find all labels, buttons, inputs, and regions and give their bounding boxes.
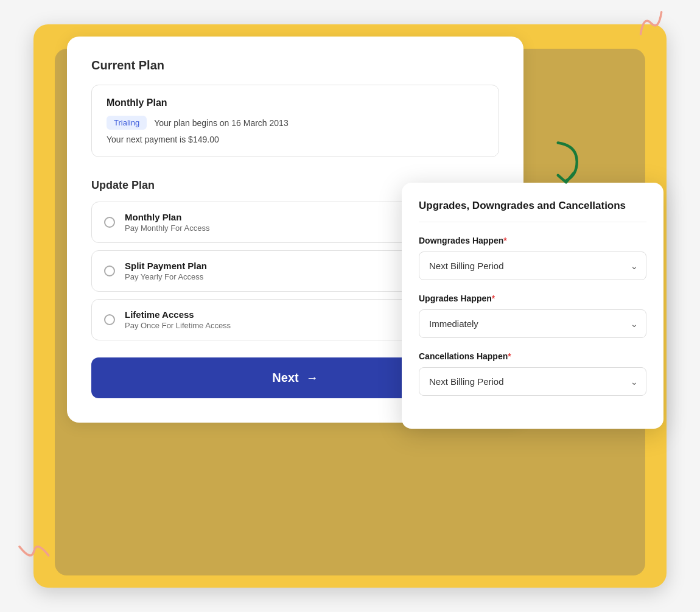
plan-option-lifetime-text: Lifetime Access Pay Once For Lifetime Ac… xyxy=(125,309,231,330)
cancellations-required: * xyxy=(508,351,511,361)
plan-payment-text: Your next payment is $149.00 xyxy=(107,135,484,144)
cancellations-label: Cancellations Happen* xyxy=(419,351,646,361)
plan-option-split-name: Split Payment Plan xyxy=(125,261,207,271)
next-button-arrow: → xyxy=(306,371,318,385)
cancellations-select[interactable]: Next Billing Period Immediately xyxy=(419,367,646,396)
trialing-badge: Trialing xyxy=(107,116,147,130)
plan-option-monthly-text: Monthly Plan Pay Monthly For Access xyxy=(125,212,209,233)
radio-split[interactable] xyxy=(104,266,115,276)
plan-option-split-text: Split Payment Plan Pay Yearly For Access xyxy=(125,261,207,281)
popup-card: Upgrades, Downgrades and Cancellations D… xyxy=(402,183,663,429)
plan-option-split-desc: Pay Yearly For Access xyxy=(125,272,207,281)
next-button-label: Next xyxy=(272,371,298,385)
current-plan-section: Current Plan Monthly Plan Trialing Your … xyxy=(91,58,499,157)
cancellations-section: Cancellations Happen* Next Billing Perio… xyxy=(419,351,646,396)
upgrades-section: Upgrades Happen* Immediately Next Billin… xyxy=(419,294,646,338)
plan-option-monthly-name: Monthly Plan xyxy=(125,212,209,222)
plan-option-lifetime-name: Lifetime Access xyxy=(125,309,231,320)
radio-lifetime[interactable] xyxy=(104,314,115,325)
green-arrow xyxy=(545,140,587,191)
plan-status-row: Trialing Your plan begins on 16 March 20… xyxy=(107,116,484,130)
current-plan-box: Monthly Plan Trialing Your plan begins o… xyxy=(91,85,499,157)
downgrades-select[interactable]: Next Billing Period Immediately xyxy=(419,251,646,280)
cancellations-dropdown-wrapper: Next Billing Period Immediately ⌄ xyxy=(419,367,646,396)
downgrades-section: Downgrades Happen* Next Billing Period I… xyxy=(419,236,646,280)
upgrades-label: Upgrades Happen* xyxy=(419,294,646,303)
deco-top-right xyxy=(634,9,668,41)
plan-begins-text: Your plan begins on 16 March 2013 xyxy=(154,118,289,128)
upgrades-required: * xyxy=(492,294,495,303)
plan-option-monthly-desc: Pay Monthly For Access xyxy=(125,223,209,233)
radio-monthly[interactable] xyxy=(104,217,115,228)
current-plan-title: Current Plan xyxy=(91,58,499,72)
upgrades-select[interactable]: Immediately Next Billing Period xyxy=(419,309,646,338)
downgrades-label: Downgrades Happen* xyxy=(419,236,646,245)
plan-name: Monthly Plan xyxy=(107,97,484,108)
popup-title: Upgrades, Downgrades and Cancellations xyxy=(419,200,646,222)
plan-option-lifetime-desc: Pay Once For Lifetime Access xyxy=(125,321,231,330)
downgrades-required: * xyxy=(503,236,506,245)
upgrades-dropdown-wrapper: Immediately Next Billing Period ⌄ xyxy=(419,309,646,338)
downgrades-dropdown-wrapper: Next Billing Period Immediately ⌄ xyxy=(419,251,646,280)
